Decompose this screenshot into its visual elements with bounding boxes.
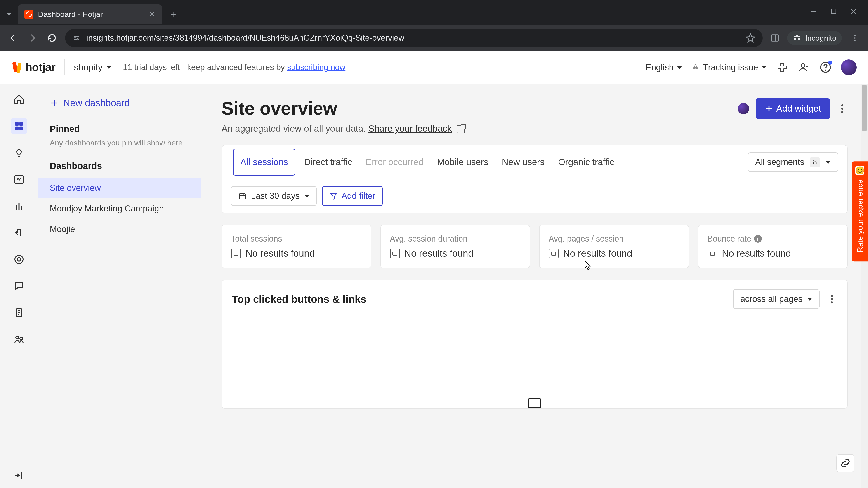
tab-label: Mobile users [437, 157, 488, 167]
reload-button[interactable] [46, 32, 58, 44]
svg-rect-21 [16, 123, 19, 126]
metric-card-avg-session-duration: Avg. session duration No results found [380, 225, 530, 268]
subscribe-link[interactable]: subscribing now [287, 63, 345, 72]
dashboard-item-site-overview[interactable]: Site overview [38, 178, 201, 198]
svg-point-46 [841, 111, 843, 113]
site-settings-icon[interactable] [72, 33, 81, 42]
svg-point-45 [841, 107, 843, 109]
svg-rect-23 [16, 127, 19, 130]
nav-feedback-icon[interactable] [11, 278, 27, 294]
hotjar-favicon [24, 10, 33, 19]
tab-strip: Dashboard - Hotjar ✕ ＋ [0, 0, 180, 25]
notification-dot [828, 61, 832, 65]
incognito-badge[interactable]: Incognito [787, 31, 842, 45]
segments-count: 8 [810, 158, 820, 167]
info-icon[interactable]: i [754, 235, 762, 242]
segment-tab-error-occurred[interactable]: Error occurred [359, 149, 430, 175]
maximize-icon[interactable] [828, 6, 839, 17]
minimize-icon[interactable] [808, 6, 819, 17]
site-name: shopify [74, 62, 103, 72]
nav-trends-icon[interactable] [11, 171, 27, 188]
new-dashboard-button[interactable]: New dashboard [38, 94, 201, 112]
widget-more-menu[interactable] [827, 294, 837, 304]
svg-point-13 [854, 35, 856, 36]
svg-point-37 [20, 337, 23, 340]
share-feedback-link[interactable]: Share your feedback [368, 124, 452, 133]
all-segments-dropdown[interactable]: All segments 8 [748, 152, 838, 172]
invite-user-icon[interactable] [798, 61, 810, 74]
url-bar[interactable]: insights.hotjar.com/sites/3814994/dashbo… [65, 29, 763, 47]
svg-point-14 [854, 37, 856, 39]
metric-label: Avg. pages / session [549, 234, 680, 243]
nav-home-icon[interactable] [11, 91, 27, 107]
dashboard-more-menu[interactable] [837, 103, 848, 114]
tab-search-dropdown[interactable] [3, 8, 16, 21]
new-tab-button[interactable]: ＋ [167, 8, 180, 21]
user-avatar[interactable] [841, 59, 857, 75]
nav-funnels-icon[interactable] [11, 225, 27, 241]
rate-experience-tab[interactable]: Rate your experience 😊 [852, 161, 868, 261]
add-widget-label: Add widget [776, 103, 821, 113]
nav-expand-icon[interactable] [11, 472, 27, 488]
page-title: Site overview [221, 98, 337, 119]
add-widget-button[interactable]: Add widget [756, 98, 830, 119]
scrollbar-track[interactable] [861, 85, 868, 488]
segment-tab-organic-traffic[interactable]: Organic traffic [551, 149, 621, 175]
subtitle-text: An aggregated view of all your data. [221, 124, 368, 133]
empty-icon [708, 249, 717, 258]
trial-banner: 11 trial days left - keep advanced featu… [123, 63, 346, 72]
nav-heatmaps-icon[interactable] [11, 198, 27, 214]
close-window-icon[interactable] [848, 6, 859, 17]
date-range-dropdown[interactable]: Last 30 days [231, 186, 317, 206]
metric-label: Total sessions [231, 234, 362, 243]
empty-icon [390, 249, 400, 258]
bookmark-star-icon[interactable] [745, 33, 756, 43]
owner-avatar[interactable] [738, 103, 749, 114]
svg-point-16 [801, 64, 805, 67]
plus-icon [765, 105, 773, 113]
add-filter-button[interactable]: Add filter [322, 186, 383, 206]
forward-button[interactable] [26, 32, 39, 44]
language-label: English [646, 63, 674, 72]
svg-point-36 [16, 336, 19, 339]
segment-tab-all-sessions[interactable]: All sessions [233, 149, 296, 175]
tracking-issue-dropdown[interactable]: Tracking issue [691, 62, 767, 73]
help-icon[interactable] [819, 61, 832, 74]
widget-scope-dropdown[interactable]: across all pages [733, 289, 819, 309]
nav-surveys-icon[interactable] [11, 304, 27, 321]
language-selector[interactable]: English [646, 63, 682, 72]
dashboard-item-moodjoy[interactable]: Moodjoy Marketing Campaign [38, 198, 201, 219]
browser-menu-icon[interactable] [848, 32, 861, 44]
share-link-button[interactable] [836, 454, 855, 472]
link-icon [840, 458, 850, 468]
hotjar-logo[interactable]: hotjar [11, 61, 55, 74]
segment-tab-new-users[interactable]: New users [495, 149, 551, 175]
add-filter-label: Add filter [341, 191, 375, 201]
dashboard-item-label: Moodjoy Marketing Campaign [50, 204, 164, 213]
tab-title: Dashboard - Hotjar [38, 10, 144, 19]
back-button[interactable] [7, 32, 20, 44]
dashboard-item-moojie[interactable]: Moojie [38, 219, 201, 239]
svg-point-53 [831, 298, 833, 300]
close-tab-icon[interactable]: ✕ [148, 9, 156, 19]
site-selector[interactable]: shopify [74, 62, 112, 72]
browser-tab-active[interactable]: Dashboard - Hotjar ✕ [18, 4, 162, 24]
widget-title: Top clicked buttons & links [232, 293, 366, 305]
nav-highlights-icon[interactable] [11, 144, 27, 161]
svg-rect-1 [831, 9, 836, 13]
svg-point-44 [841, 104, 843, 106]
nav-recordings-icon[interactable] [11, 251, 27, 267]
side-panel-icon[interactable] [770, 33, 780, 43]
integrations-icon[interactable] [776, 61, 788, 74]
nav-engage-icon[interactable] [11, 331, 27, 348]
segment-tab-direct-traffic[interactable]: Direct traffic [297, 149, 359, 175]
svg-rect-47 [239, 194, 246, 199]
tracking-issue-label: Tracking issue [703, 63, 758, 72]
trial-text: 11 trial days left - keep advanced featu… [123, 63, 287, 72]
svg-point-7 [77, 39, 79, 40]
filter-controls-row: Last 30 days Add filter [222, 179, 847, 213]
nav-dashboard-icon[interactable] [11, 118, 27, 134]
segment-tab-mobile-users[interactable]: Mobile users [430, 149, 495, 175]
date-range-label: Last 30 days [251, 191, 300, 201]
scrollbar-thumb[interactable] [862, 86, 867, 131]
